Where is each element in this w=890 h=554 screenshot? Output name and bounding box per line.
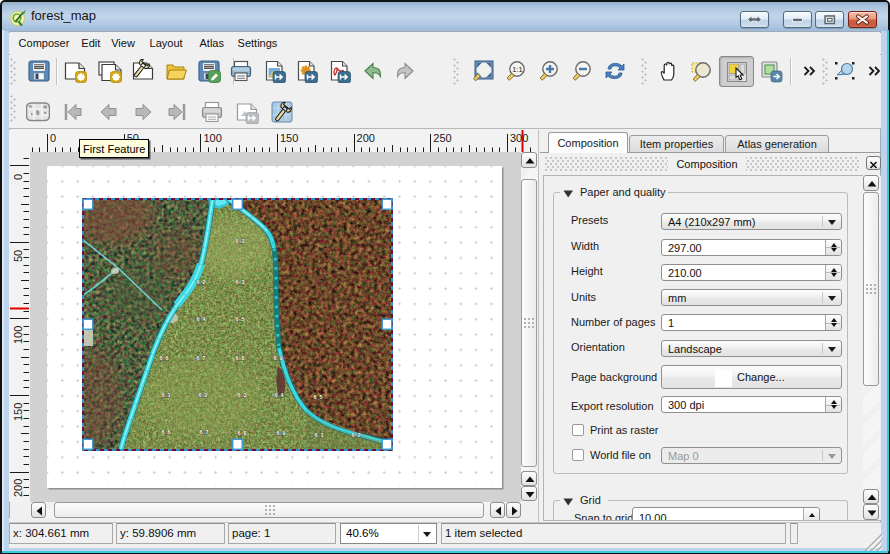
svg-text:6_4: 6_4 bbox=[274, 392, 284, 398]
svg-text:6_8: 6_8 bbox=[237, 430, 246, 436]
svg-text:6_3: 6_3 bbox=[237, 392, 246, 398]
svg-text:6_1: 6_1 bbox=[314, 432, 323, 438]
svg-text:6_2: 6_2 bbox=[196, 279, 205, 285]
svg-text:6_1: 6_1 bbox=[235, 238, 244, 244]
svg-text:6_6: 6_6 bbox=[159, 355, 168, 361]
svg-text:6_2: 6_2 bbox=[198, 392, 207, 398]
svg-text:6_5: 6_5 bbox=[313, 394, 322, 400]
svg-text:6_9: 6_9 bbox=[273, 355, 282, 361]
svg-text:6_8: 6_8 bbox=[235, 355, 244, 361]
svg-text:6_7: 6_7 bbox=[196, 355, 205, 361]
svg-text:1:1: 1:1 bbox=[512, 65, 522, 74]
svg-text:6_6: 6_6 bbox=[161, 429, 170, 435]
svg-text:6_2: 6_2 bbox=[351, 432, 360, 438]
svg-text:6_7: 6_7 bbox=[199, 429, 208, 435]
svg-text:6_1: 6_1 bbox=[161, 392, 170, 398]
svg-text:6_9: 6_9 bbox=[276, 430, 285, 436]
svg-text:6_4: 6_4 bbox=[196, 316, 206, 322]
svg-text:6_3: 6_3 bbox=[235, 279, 244, 285]
svg-text:6_5: 6_5 bbox=[235, 316, 244, 322]
